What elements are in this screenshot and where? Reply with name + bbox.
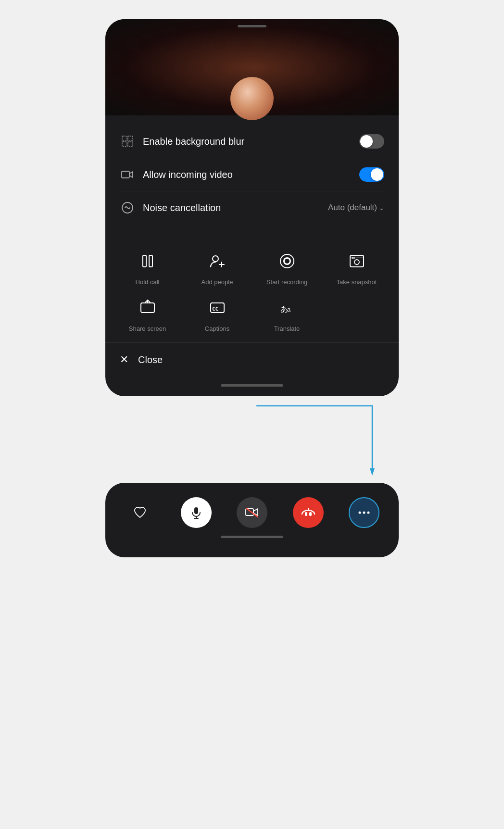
end-call-icon xyxy=(301,507,315,518)
captions-button[interactable]: CC Captions xyxy=(185,295,250,332)
svg-text:a: a xyxy=(287,306,291,313)
svg-rect-17 xyxy=(141,303,154,313)
svg-rect-1 xyxy=(128,136,133,141)
translate-button[interactable]: あ a Translate xyxy=(254,295,319,332)
start-recording-button[interactable]: Start recording xyxy=(254,249,319,286)
video-camera-icon xyxy=(120,167,135,182)
close-button[interactable]: ✕ Close xyxy=(105,342,399,377)
svg-rect-4 xyxy=(122,171,129,178)
share-screen-button[interactable]: Share screen xyxy=(115,295,180,332)
start-recording-icon xyxy=(275,249,300,274)
noise-cancellation-value[interactable]: Auto (default) ⌄ xyxy=(328,203,384,213)
toggle-knob xyxy=(360,135,373,148)
background-blur-row: Enable background blur xyxy=(120,125,384,158)
heart-icon xyxy=(133,506,147,519)
settings-section: Enable background blur Allow incoming vi… xyxy=(105,115,399,234)
video-off-icon xyxy=(245,507,259,518)
video-off-button[interactable] xyxy=(237,497,267,528)
start-recording-label: Start recording xyxy=(266,278,307,286)
svg-rect-27 xyxy=(246,509,253,515)
take-snapshot-icon xyxy=(344,249,369,274)
microphone-button[interactable] xyxy=(181,497,212,528)
drag-handle xyxy=(238,25,266,27)
hold-call-button[interactable]: Hold call xyxy=(115,249,180,286)
home-indicator-top xyxy=(221,384,283,387)
avatar xyxy=(230,77,274,120)
incoming-video-toggle[interactable] xyxy=(359,167,384,182)
heart-button[interactable] xyxy=(125,497,155,528)
background-blur-icon xyxy=(120,134,135,149)
add-people-label: Add people xyxy=(202,278,233,286)
toggle-knob-on xyxy=(371,168,383,181)
take-snapshot-button[interactable]: Take snapshot xyxy=(324,249,389,286)
svg-rect-3 xyxy=(128,142,133,147)
svg-marker-23 xyxy=(370,468,375,476)
svg-point-16 xyxy=(354,260,359,264)
close-label: Close xyxy=(138,354,163,365)
noise-cancellation-label: Noise cancellation xyxy=(143,202,328,214)
translate-label: Translate xyxy=(274,325,300,332)
svg-point-8 xyxy=(213,256,218,262)
svg-text:CC: CC xyxy=(212,306,218,312)
svg-rect-29 xyxy=(305,512,307,516)
add-people-button[interactable]: Add people xyxy=(185,249,250,286)
incoming-video-label: Allow incoming video xyxy=(143,169,359,180)
call-controls xyxy=(115,497,389,528)
bottom-phone-panel xyxy=(105,483,399,557)
background-blur-label: Enable background blur xyxy=(143,136,359,147)
close-x-icon: ✕ xyxy=(120,353,128,366)
svg-rect-6 xyxy=(143,255,146,267)
more-icon xyxy=(358,511,370,515)
add-people-icon xyxy=(205,249,230,274)
svg-point-32 xyxy=(363,512,365,514)
svg-rect-30 xyxy=(309,512,312,516)
captions-icon: CC xyxy=(205,295,230,320)
empty-placeholder xyxy=(324,295,389,332)
annotation-arrow xyxy=(84,396,468,483)
take-snapshot-label: Take snapshot xyxy=(337,278,377,286)
share-screen-icon xyxy=(135,295,160,320)
hold-call-label: Hold call xyxy=(136,278,160,286)
video-area xyxy=(105,19,399,115)
action-grid-row1: Hold call Add people xyxy=(105,234,399,290)
connector-area xyxy=(84,396,468,483)
svg-rect-7 xyxy=(149,255,152,267)
top-phone-panel: Enable background blur Allow incoming vi… xyxy=(105,19,399,396)
noise-cancellation-row: Noise cancellation Auto (default) ⌄ xyxy=(120,191,384,224)
microphone-icon xyxy=(189,506,203,519)
svg-rect-24 xyxy=(194,507,198,514)
incoming-video-row: Allow incoming video xyxy=(120,158,384,191)
captions-label: Captions xyxy=(205,325,229,332)
svg-rect-0 xyxy=(122,136,127,141)
svg-point-31 xyxy=(359,512,361,514)
home-indicator-bottom xyxy=(221,536,283,538)
svg-point-13 xyxy=(285,259,290,264)
svg-point-33 xyxy=(367,512,370,514)
noise-cancellation-icon xyxy=(120,200,135,215)
translate-icon: あ a xyxy=(275,295,300,320)
action-grid-row2: Share screen CC Captions あ a xyxy=(105,290,399,342)
share-screen-label: Share screen xyxy=(129,325,166,332)
end-call-button[interactable] xyxy=(293,497,324,528)
hold-call-icon xyxy=(135,249,160,274)
background-blur-toggle[interactable] xyxy=(359,134,384,149)
more-options-button[interactable] xyxy=(349,497,379,528)
svg-rect-2 xyxy=(122,142,127,147)
page-wrapper: Enable background blur Allow incoming vi… xyxy=(0,19,504,557)
